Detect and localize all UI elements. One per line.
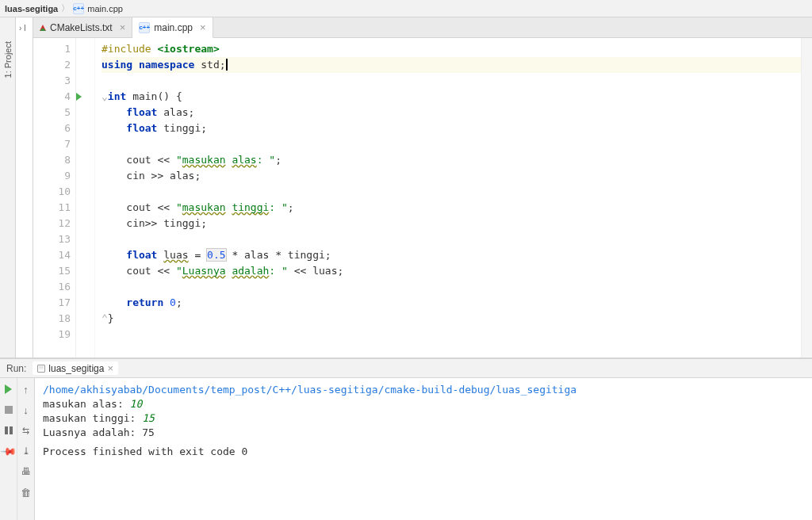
run-header: Run: luas_segitiga × xyxy=(0,359,812,378)
project-tree-collapsed: › I xyxy=(16,17,33,358)
scroll-end-button[interactable]: ⤓ xyxy=(20,445,33,457)
main-area: 1: Project › I CMakeLists.txt × c++ main… xyxy=(0,17,812,358)
clear-button[interactable]: 🗑 xyxy=(20,486,33,499)
close-icon[interactable]: × xyxy=(120,21,126,33)
text-caret xyxy=(226,59,228,71)
cpp-file-icon: c++ xyxy=(73,3,84,14)
code-area[interactable]: 1 2 3 4 5 6 7 8 9 10 11 12 13 14 15 16 1… xyxy=(33,38,812,358)
run-body: 📌 ↑ ↓ ⇆ ⤓ 🖶 🗑 /home/akhisyabab/Documents… xyxy=(0,378,812,520)
down-button[interactable]: ↓ xyxy=(20,403,33,416)
breadcrumb-file[interactable]: main.cpp xyxy=(87,4,123,13)
tab-main-cpp[interactable]: c++ main.cpp × xyxy=(132,17,213,38)
run-title: Run: xyxy=(6,363,26,374)
console-output[interactable]: /home/akhisyabab/Documents/temp_post/C++… xyxy=(35,378,812,520)
soft-wrap-button[interactable]: ⇆ xyxy=(20,424,33,437)
left-tool-strip: 1: Project xyxy=(0,17,16,358)
run-config-tab[interactable]: luas_segitiga × xyxy=(33,361,118,375)
run-controls-left: 📌 xyxy=(0,378,17,520)
cmake-icon xyxy=(40,25,46,31)
breadcrumb-project[interactable]: luas-segitiga xyxy=(5,4,58,13)
project-tool-button[interactable]: 1: Project xyxy=(3,41,13,78)
run-controls-right: ↑ ↓ ⇆ ⤓ 🖶 🗑 xyxy=(17,378,35,520)
run-tool-window: Run: luas_segitiga × 📌 ↑ ↓ ⇆ ⤓ 🖶 🗑 /home… xyxy=(0,358,812,520)
run-gutter-icon[interactable] xyxy=(76,93,82,101)
app-icon xyxy=(37,365,45,373)
line-gutter: 1 2 3 4 5 6 7 8 9 10 11 12 13 14 15 16 1… xyxy=(33,38,76,358)
cpp-icon: c++ xyxy=(139,22,150,33)
fold-gutter xyxy=(76,38,95,358)
close-icon[interactable]: × xyxy=(107,362,113,374)
editor-scrollbar[interactable] xyxy=(801,38,812,358)
layout-button[interactable] xyxy=(2,424,15,437)
editor: CMakeLists.txt × c++ main.cpp × 1 2 3 4 … xyxy=(33,17,812,358)
breadcrumb-separator: 〉 xyxy=(61,2,70,14)
tab-cmakelists[interactable]: CMakeLists.txt × xyxy=(33,17,132,37)
breadcrumb: luas-segitiga 〉 c++ main.cpp xyxy=(0,0,812,17)
code-text[interactable]: #include <iostream> using namespace std;… xyxy=(95,38,801,358)
rerun-button[interactable] xyxy=(2,383,15,396)
pin-button[interactable]: 📌 xyxy=(0,442,17,461)
up-button[interactable]: ↑ xyxy=(20,383,33,396)
editor-tabs: CMakeLists.txt × c++ main.cpp × xyxy=(33,17,812,38)
tab-label: main.cpp xyxy=(154,22,193,33)
expand-tree-icon[interactable]: › I xyxy=(16,22,33,34)
tab-label: CMakeLists.txt xyxy=(50,22,113,33)
print-button[interactable]: 🖶 xyxy=(20,465,33,478)
stop-button[interactable] xyxy=(2,403,15,416)
exec-path: /home/akhisyabab/Documents/temp_post/C++… xyxy=(43,384,576,396)
close-icon[interactable]: × xyxy=(200,21,206,33)
